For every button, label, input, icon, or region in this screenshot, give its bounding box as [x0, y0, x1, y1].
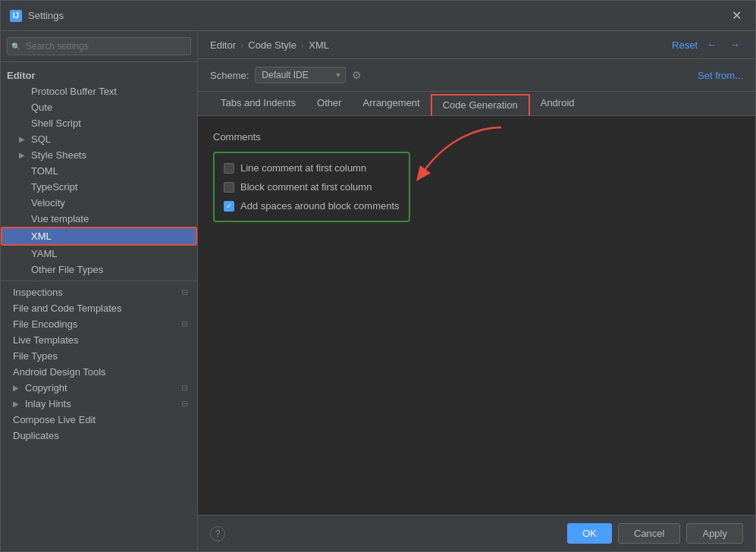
sidebar-item-protocol-buffer-text[interactable]: Protocol Buffer Text: [1, 83, 197, 99]
config-icon: ⊟: [181, 399, 188, 409]
settings-dialog: IJ Settings ✕ Editor Protocol Buffer Tex…: [0, 0, 756, 552]
sidebar-item-sql[interactable]: ▶ SQL: [1, 131, 197, 147]
title-bar: IJ Settings ✕: [1, 1, 755, 31]
config-icon: ⊟: [181, 383, 188, 393]
sidebar-item-label: Inspections: [13, 287, 63, 298]
tab-android[interactable]: Android: [530, 92, 585, 115]
block-comment-label: Block comment at first column: [240, 181, 372, 193]
config-icon: ⊟: [181, 287, 188, 297]
sidebar-item-label: File and Code Templates: [13, 303, 122, 314]
breadcrumb: Editor › Code Style › XML: [210, 39, 329, 51]
expand-arrow: ▶: [13, 400, 22, 408]
sidebar-item-qute[interactable]: Qute: [1, 99, 197, 115]
breadcrumb-editor: Editor: [210, 39, 236, 51]
sidebar-item-label: Compose Live Edit: [13, 414, 96, 425]
tab-code-generation[interactable]: Code Generation: [431, 94, 530, 116]
scheme-bar: Scheme: Default IDE ⚙ Set from...: [198, 59, 755, 92]
set-from-button[interactable]: Set from...: [698, 70, 743, 81]
sidebar-item-inlay-hints[interactable]: ▶ Inlay Hints ⊟: [1, 396, 197, 412]
add-spaces-checkbox[interactable]: [224, 201, 234, 212]
nav-buttons: Reset ← →: [672, 37, 743, 52]
tab-arrangement[interactable]: Arrangement: [353, 92, 431, 115]
line-comment-checkbox[interactable]: [224, 163, 234, 174]
right-panel: Editor › Code Style › XML Reset ← → Sche…: [198, 31, 755, 551]
sidebar-item-file-and-code-templates[interactable]: File and Code Templates: [1, 300, 197, 316]
sidebar-item-vue-template[interactable]: Vue template: [1, 211, 197, 227]
checkbox-row-line-comment[interactable]: Line comment at first column: [224, 162, 400, 174]
search-wrapper: [7, 37, 191, 55]
help-button[interactable]: ?: [210, 526, 225, 541]
search-bar: [1, 31, 197, 62]
checkbox-row-block-comment[interactable]: Block comment at first column: [224, 181, 400, 193]
scheme-label: Scheme:: [210, 70, 249, 81]
sidebar-item-inspections[interactable]: Inspections ⊟: [1, 284, 197, 300]
sidebar-item-duplicates[interactable]: Duplicates: [1, 428, 197, 444]
panel-header: Editor › Code Style › XML Reset ← →: [198, 31, 755, 59]
sidebar-item-label: File Encodings: [13, 318, 77, 330]
sidebar-item-other-file-types[interactable]: Other File Types: [1, 262, 197, 278]
scheme-select[interactable]: Default IDE: [255, 67, 346, 83]
sidebar-item-label: YAML: [31, 248, 57, 259]
expand-arrow: ▶: [13, 384, 22, 392]
search-input[interactable]: [7, 37, 191, 55]
sidebar-item-file-encodings[interactable]: File Encodings ⊟: [1, 316, 197, 332]
sidebar-item-label: Style Sheets: [31, 149, 86, 161]
tab-tabs-and-indents[interactable]: Tabs and Indents: [210, 92, 306, 115]
tabs-bar: Tabs and Indents Other Arrangement Code …: [198, 92, 755, 116]
breadcrumb-code-style: Code Style: [248, 39, 296, 51]
sidebar-item-label: Android Design Tools: [13, 366, 106, 378]
item-with-icon: Inspections ⊟: [13, 287, 188, 298]
comments-section-title: Comments: [213, 131, 740, 143]
sidebar-item-label: Live Templates: [13, 334, 78, 346]
comments-box: Line comment at first column Block comme…: [213, 152, 410, 222]
content-area: Comments Line comment at first column Bl…: [198, 116, 755, 515]
apply-button[interactable]: Apply: [686, 523, 743, 544]
sidebar-item-label: XML: [31, 231, 52, 242]
sidebar-item-yaml[interactable]: YAML: [1, 246, 197, 262]
sidebar-item-copyright[interactable]: ▶ Copyright ⊟: [1, 380, 197, 396]
main-content: Editor Protocol Buffer Text Qute Shell S…: [1, 31, 755, 551]
back-button[interactable]: ←: [704, 37, 720, 52]
expand-arrow: ▶: [19, 135, 28, 143]
sidebar-item-label: Inlay Hints: [25, 398, 71, 409]
close-button[interactable]: ✕: [727, 7, 746, 24]
sidebar-item-style-sheets[interactable]: ▶ Style Sheets: [1, 147, 197, 163]
block-comment-checkbox[interactable]: [224, 182, 234, 193]
tab-other[interactable]: Other: [306, 92, 353, 115]
scheme-select-wrapper: Default IDE: [255, 67, 346, 83]
sidebar-item-typescript[interactable]: TypeScript: [1, 179, 197, 195]
footer-left: ?: [210, 526, 225, 541]
breadcrumb-sep-2: ›: [301, 39, 304, 51]
sidebar: Editor Protocol Buffer Text Qute Shell S…: [1, 31, 198, 551]
config-icon: ⊟: [181, 319, 188, 329]
sidebar-item-live-templates[interactable]: Live Templates: [1, 332, 197, 348]
sidebar-item-velocity[interactable]: Velocity: [1, 195, 197, 211]
sidebar-item-compose-live-edit[interactable]: Compose Live Edit: [1, 412, 197, 428]
sidebar-item-xml[interactable]: XML: [1, 227, 197, 246]
expand-arrow: ▶: [19, 151, 28, 159]
checkbox-row-add-spaces[interactable]: Add spaces around block comments: [224, 200, 400, 212]
sidebar-item-label: SQL: [31, 133, 51, 145]
forward-button[interactable]: →: [726, 37, 743, 52]
sidebar-item-label: Velocity: [31, 197, 65, 209]
cancel-button[interactable]: Cancel: [618, 523, 680, 544]
dialog-title: Settings: [28, 10, 64, 21]
item-with-icon: ▶ Inlay Hints ⊟: [13, 398, 188, 409]
sidebar-item-android-design-tools[interactable]: Android Design Tools: [1, 364, 197, 380]
sidebar-item-file-types[interactable]: File Types: [1, 348, 197, 364]
sidebar-item-toml[interactable]: TOML: [1, 163, 197, 179]
reset-button[interactable]: Reset: [672, 39, 698, 51]
sidebar-item-label: File Types: [13, 350, 58, 362]
sidebar-item-label: Shell Script: [31, 118, 81, 129]
item-with-icon: File Encodings ⊟: [13, 318, 188, 330]
gear-icon[interactable]: ⚙: [352, 69, 362, 81]
sidebar-item-label: Copyright: [25, 382, 67, 394]
sidebar-item-label: Qute: [31, 102, 52, 113]
sidebar-item-shell-script[interactable]: Shell Script: [1, 115, 197, 131]
sidebar-item-label: Other File Types: [31, 264, 103, 275]
title-bar-left: IJ Settings: [10, 10, 64, 22]
add-spaces-label: Add spaces around block comments: [240, 200, 400, 212]
breadcrumb-sep-1: ›: [240, 39, 243, 51]
footer: ? OK Cancel Apply: [198, 515, 755, 551]
ok-button[interactable]: OK: [567, 523, 612, 544]
